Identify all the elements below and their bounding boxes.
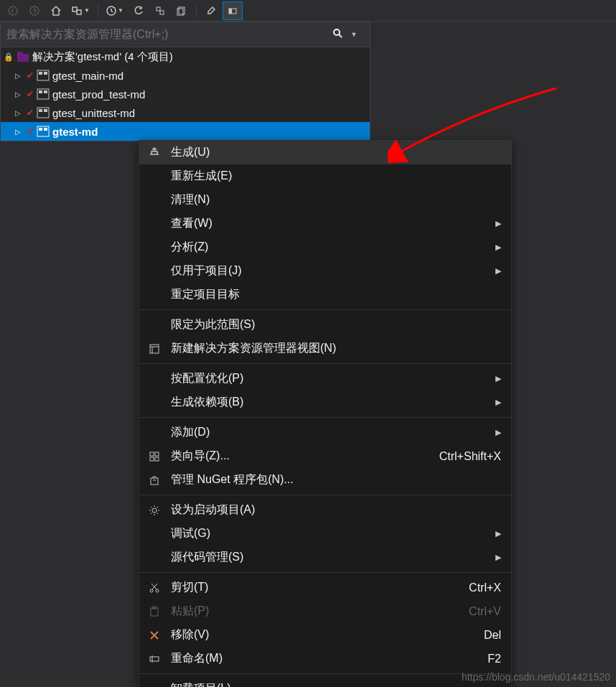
- menu-separator: [139, 363, 511, 364]
- menu-startup[interactable]: 设为启动项目(A): [139, 498, 511, 522]
- svg-point-1: [30, 6, 39, 15]
- menu-label: 重定项目目标: [171, 287, 501, 302]
- submenu-icon: ▶: [495, 219, 501, 228]
- search-dropdown-icon[interactable]: ▼: [344, 31, 364, 38]
- search-icon[interactable]: [332, 28, 344, 42]
- new-view-icon: [146, 343, 162, 355]
- svg-rect-13: [17, 52, 23, 54]
- svg-rect-30: [155, 457, 159, 461]
- menu-view[interactable]: 查看(W)▶: [139, 212, 511, 235]
- expand-icon[interactable]: ▷: [15, 109, 24, 117]
- menu-scm[interactable]: 源代码管理(S)▶: [139, 546, 511, 569]
- submenu-icon: ▶: [495, 398, 501, 407]
- expand-icon[interactable]: ▷: [15, 128, 24, 136]
- project-label: gtest_main-md: [52, 70, 123, 82]
- watermark: https://blog.csdn.net/u014421520: [462, 671, 610, 683]
- menu-build-deps[interactable]: 生成依赖项(B)▶: [139, 391, 511, 414]
- menu-label: 限定为此范围(S): [171, 317, 501, 332]
- showall-icon[interactable]: [172, 1, 192, 20]
- search-bar: ▼: [0, 22, 370, 47]
- forward-icon[interactable]: [24, 1, 45, 20]
- submenu-icon: ▶: [495, 243, 501, 252]
- svg-point-0: [9, 6, 17, 15]
- project-icon: [37, 107, 50, 118]
- menu-rename[interactable]: 重命名(M) F2: [139, 647, 511, 670]
- menu-shortcut: Del: [484, 629, 501, 642]
- svg-rect-2: [73, 7, 77, 11]
- check-icon: ✔: [27, 126, 34, 136]
- history-icon[interactable]: ▼: [103, 1, 127, 20]
- menu-unload[interactable]: 卸载项目(L): [139, 677, 511, 687]
- menu-label: 清理(N): [171, 192, 501, 207]
- menu-label: 剪切(T): [171, 580, 469, 595]
- project-label: gtest-md: [52, 126, 98, 138]
- collapse-icon[interactable]: [150, 1, 170, 20]
- menu-cut[interactable]: 剪切(T) Ctrl+X: [139, 576, 511, 599]
- search-input[interactable]: [6, 28, 332, 41]
- project-label: gtest_unittest-md: [52, 107, 135, 119]
- back-icon[interactable]: [3, 1, 23, 20]
- menu-separator: [139, 495, 511, 495]
- menu-label: 仅用于项目(J): [171, 263, 495, 279]
- build-icon: [146, 146, 162, 159]
- gear-icon: [146, 505, 162, 516]
- menu-label: 源代码管理(S): [171, 550, 495, 565]
- expand-icon[interactable]: ▷: [15, 72, 24, 80]
- nuget-icon: [146, 475, 162, 486]
- menu-debug[interactable]: 调试(G)▶: [139, 522, 511, 546]
- menu-label: 新建解决方案资源管理器视图(N): [171, 341, 501, 356]
- menu-build[interactable]: 生成(U): [139, 141, 511, 164]
- context-menu: 生成(U) 重新生成(E) 清理(N) 查看(W)▶ 分析(Z)▶ 仅用于项目(…: [139, 140, 512, 687]
- project-node[interactable]: ▷ ✔ gtest_prod_test-md: [1, 85, 370, 103]
- rename-icon: [146, 653, 162, 665]
- menu-label: 管理 NuGet 程序包(N)...: [171, 472, 501, 487]
- svg-rect-21: [39, 109, 42, 112]
- solution-icon: [17, 51, 29, 62]
- remove-icon: [146, 630, 162, 641]
- svg-point-32: [152, 508, 157, 513]
- sync-icon[interactable]: ▼: [67, 1, 93, 20]
- svg-rect-19: [44, 90, 47, 93]
- menu-clean[interactable]: 清理(N): [139, 188, 511, 212]
- menu-add[interactable]: 添加(D)▶: [139, 421, 511, 444]
- svg-rect-15: [39, 72, 42, 75]
- menu-retarget[interactable]: 重定项目目标: [139, 283, 511, 307]
- svg-rect-24: [39, 128, 42, 131]
- menu-separator: [139, 572, 511, 573]
- expand-icon[interactable]: ▷: [15, 90, 24, 98]
- svg-rect-10: [229, 9, 232, 14]
- separator: [196, 4, 197, 18]
- menu-scope[interactable]: 限定为此范围(S): [139, 313, 511, 337]
- project-icon: [37, 70, 50, 81]
- submenu-icon: ▶: [495, 529, 501, 538]
- preview-icon[interactable]: [223, 1, 243, 20]
- svg-rect-31: [151, 478, 158, 485]
- menu-label: 粘贴(P): [171, 604, 469, 619]
- menu-label: 生成依赖项(B): [171, 395, 495, 410]
- menu-label: 重命名(M): [171, 651, 487, 666]
- lock-icon: 🔒: [4, 52, 14, 62]
- project-node[interactable]: ▷ ✔ gtest_main-md: [1, 66, 370, 85]
- svg-rect-6: [160, 11, 164, 14]
- menu-project-only[interactable]: 仅用于项目(J)▶: [139, 259, 511, 283]
- svg-rect-18: [39, 90, 42, 93]
- menu-class-wizard[interactable]: 类向导(Z)... Ctrl+Shift+X: [139, 444, 511, 468]
- svg-rect-29: [150, 457, 154, 461]
- menu-optimize[interactable]: 按配置优化(P)▶: [139, 367, 511, 391]
- menu-nuget[interactable]: 管理 NuGet 程序包(N)...: [139, 468, 511, 492]
- menu-new-view[interactable]: 新建解决方案资源管理器视图(N): [139, 337, 511, 360]
- properties-icon[interactable]: [201, 1, 221, 20]
- project-node-selected[interactable]: ▷ ✔ gtest-md: [1, 122, 370, 141]
- solution-node[interactable]: 🔒 解决方案'gtest-md' (4 个项目): [1, 47, 370, 66]
- home-icon[interactable]: [46, 1, 66, 20]
- menu-remove[interactable]: 移除(V) Del: [139, 623, 511, 647]
- svg-rect-26: [150, 345, 159, 353]
- svg-rect-16: [44, 72, 47, 75]
- menu-label: 卸载项目(L): [171, 681, 501, 687]
- refresh-icon[interactable]: [129, 1, 149, 20]
- menu-analyze[interactable]: 分析(Z)▶: [139, 235, 511, 259]
- project-icon: [37, 88, 50, 100]
- menu-rebuild[interactable]: 重新生成(E): [139, 164, 511, 188]
- svg-rect-12: [17, 54, 29, 62]
- project-node[interactable]: ▷ ✔ gtest_unittest-md: [1, 103, 370, 122]
